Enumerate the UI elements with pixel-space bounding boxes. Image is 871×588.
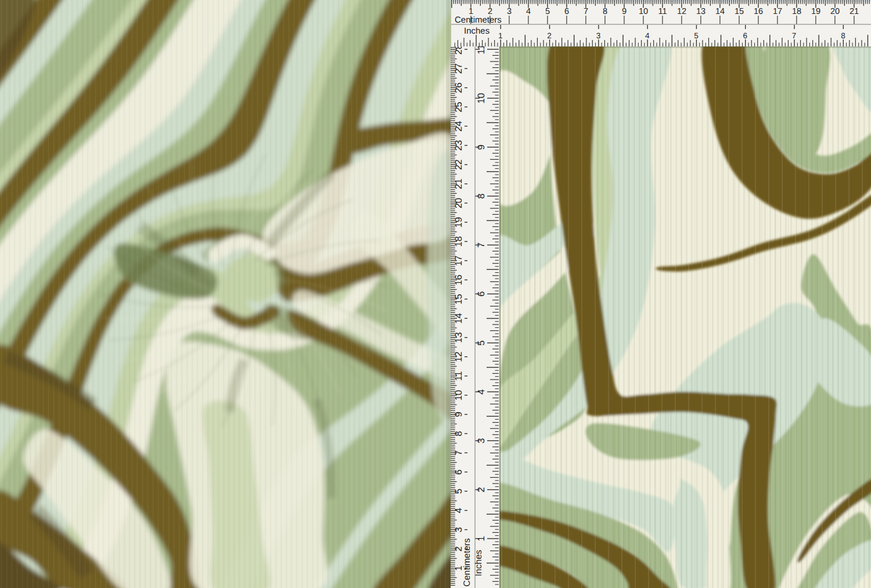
svg-text:5: 5 — [476, 340, 487, 345]
svg-text:19: 19 — [811, 7, 820, 16]
svg-text:Centimeters: Centimeters — [455, 15, 502, 25]
svg-text:6: 6 — [564, 7, 569, 16]
svg-text:16: 16 — [454, 275, 464, 285]
svg-text:18: 18 — [792, 7, 801, 16]
svg-text:11: 11 — [454, 371, 464, 381]
svg-text:27: 27 — [454, 63, 464, 74]
svg-text:10: 10 — [639, 7, 648, 16]
svg-text:13: 13 — [454, 332, 464, 342]
svg-text:6: 6 — [743, 31, 748, 40]
svg-text:28: 28 — [454, 46, 464, 55]
svg-text:11: 11 — [658, 7, 667, 16]
svg-text:4: 4 — [645, 31, 650, 40]
svg-text:8: 8 — [454, 431, 464, 437]
svg-text:23: 23 — [454, 140, 464, 150]
svg-text:18: 18 — [454, 236, 464, 247]
svg-text:7: 7 — [792, 31, 797, 40]
svg-text:10: 10 — [476, 93, 487, 103]
svg-text:2: 2 — [547, 31, 552, 40]
svg-text:11: 11 — [476, 46, 487, 55]
svg-text:14: 14 — [454, 313, 464, 323]
svg-text:14: 14 — [715, 7, 725, 16]
svg-text:24: 24 — [454, 121, 464, 131]
svg-text:15: 15 — [454, 294, 464, 304]
svg-text:4: 4 — [526, 7, 531, 16]
svg-text:17: 17 — [773, 7, 782, 16]
svg-text:4: 4 — [476, 389, 487, 395]
svg-text:5: 5 — [545, 7, 550, 16]
svg-text:6: 6 — [476, 291, 487, 297]
svg-text:21: 21 — [454, 179, 464, 189]
svg-text:2: 2 — [476, 487, 487, 492]
svg-text:8: 8 — [476, 193, 487, 199]
svg-text:6: 6 — [454, 470, 464, 475]
svg-text:3: 3 — [454, 527, 464, 532]
svg-text:1: 1 — [476, 536, 487, 541]
svg-text:3: 3 — [476, 438, 487, 443]
svg-text:7: 7 — [476, 243, 487, 248]
svg-text:Inches: Inches — [474, 550, 484, 576]
svg-text:15: 15 — [735, 7, 744, 16]
svg-text:19: 19 — [454, 217, 464, 228]
svg-text:3: 3 — [507, 7, 512, 16]
svg-text:12: 12 — [677, 7, 686, 16]
svg-text:3: 3 — [596, 31, 601, 40]
svg-text:20: 20 — [454, 198, 464, 208]
svg-text:7: 7 — [584, 7, 588, 16]
svg-text:26: 26 — [454, 82, 464, 93]
svg-text:16: 16 — [754, 7, 763, 16]
svg-text:Centimeters: Centimeters — [462, 538, 472, 587]
svg-text:13: 13 — [696, 7, 706, 16]
svg-text:5: 5 — [694, 31, 699, 40]
svg-text:20: 20 — [830, 7, 840, 16]
svg-text:10: 10 — [454, 390, 464, 401]
svg-text:9: 9 — [454, 412, 464, 417]
svg-text:17: 17 — [454, 255, 464, 266]
svg-text:1: 1 — [498, 31, 503, 40]
svg-text:21: 21 — [850, 7, 859, 16]
svg-text:9: 9 — [476, 145, 487, 150]
svg-text:8: 8 — [603, 7, 607, 16]
svg-text:7: 7 — [454, 450, 464, 456]
svg-text:8: 8 — [841, 31, 845, 40]
svg-text:9: 9 — [622, 7, 627, 16]
svg-text:12: 12 — [454, 352, 464, 362]
svg-text:Inches: Inches — [464, 26, 490, 36]
svg-text:5: 5 — [454, 489, 464, 494]
svg-text:4: 4 — [454, 508, 464, 513]
svg-text:22: 22 — [454, 160, 464, 170]
svg-text:25: 25 — [454, 102, 464, 112]
